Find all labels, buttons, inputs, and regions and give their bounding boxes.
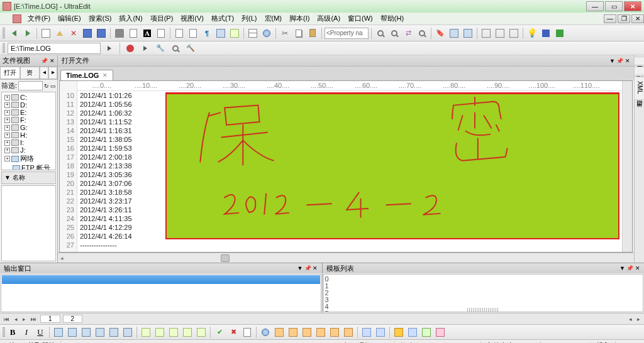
- expand-icon[interactable]: +: [4, 117, 10, 123]
- layout-6-button[interactable]: [121, 326, 134, 339]
- expand-icon[interactable]: +: [4, 148, 10, 153]
- lower-prev-icon[interactable]: ◂: [13, 316, 19, 322]
- hscroll-thumb[interactable]: [221, 254, 230, 262]
- back-button[interactable]: [8, 27, 20, 40]
- copy-button[interactable]: [292, 27, 305, 40]
- names-list[interactable]: [1, 185, 56, 261]
- code-line[interactable]: 2012/4/1 2:00:18: [80, 153, 622, 161]
- tag-2-button[interactable]: [374, 326, 387, 339]
- names-header[interactable]: ▼ 名称: [1, 172, 56, 184]
- code-line[interactable]: 2012/4/1 3:26:11: [80, 205, 622, 214]
- toolbar3-grip[interactable]: [3, 327, 5, 337]
- cut-button[interactable]: ✂: [279, 27, 291, 40]
- color-4-button[interactable]: [434, 326, 447, 339]
- word-count-button[interactable]: [187, 27, 199, 40]
- close-tab-icon[interactable]: ✕: [103, 72, 108, 79]
- indent-button[interactable]: [140, 326, 152, 339]
- menu-insert[interactable]: 插入(N): [115, 13, 146, 24]
- find-in-files-button[interactable]: [416, 27, 428, 40]
- side-tab-prev[interactable]: ◂: [40, 67, 48, 79]
- macro-play-button[interactable]: [139, 42, 152, 55]
- help-button[interactable]: 💡: [526, 27, 538, 40]
- tool-wrench-button[interactable]: 🔧: [154, 42, 167, 55]
- right-tab-clipboard[interactable]: 剪贴板历史记录: [634, 57, 645, 65]
- check-err-button[interactable]: ✖: [227, 326, 240, 339]
- ftp-item[interactable]: FTP 帐号: [3, 163, 54, 170]
- outdent-button[interactable]: [153, 326, 166, 339]
- menu-edit[interactable]: 编辑(E): [54, 13, 85, 24]
- check-ok-button[interactable]: ✔: [213, 326, 226, 339]
- color-1-button[interactable]: [392, 326, 405, 339]
- lower-last-icon[interactable]: ⏭: [30, 316, 38, 322]
- ext-1-button[interactable]: [259, 326, 272, 339]
- code-line[interactable]: 2012/4/1 1:01:26: [80, 91, 622, 100]
- print-button[interactable]: [113, 27, 126, 40]
- print-preview-button[interactable]: [127, 27, 140, 40]
- expand-icon[interactable]: +: [4, 95, 10, 101]
- lower-scroll-right-icon[interactable]: ▸: [636, 316, 641, 322]
- filter-input[interactable]: [18, 81, 43, 90]
- lower-tab-1[interactable]: 1: [40, 315, 60, 323]
- window-1-button[interactable]: [480, 27, 492, 40]
- go-button[interactable]: [103, 42, 116, 55]
- list-button[interactable]: [247, 27, 259, 40]
- ext-7-button[interactable]: [342, 326, 355, 339]
- para-button[interactable]: ¶: [201, 27, 213, 40]
- code-line[interactable]: 2012/4/1 4:11:35: [80, 214, 622, 223]
- code-area[interactable]: ....0........10........20........30.....…: [77, 81, 622, 252]
- expand-icon[interactable]: +: [4, 110, 10, 116]
- code-line[interactable]: 2012/4/1 1:11:52: [80, 117, 622, 126]
- menu-file[interactable]: 文件(F): [24, 13, 54, 24]
- code-line[interactable]: 2012/4/1 1:16:31: [80, 126, 622, 135]
- code-line[interactable]: 2012/4/1 3:07:06: [80, 179, 622, 188]
- side-tab-next[interactable]: ▸: [48, 67, 57, 79]
- layout-4-button[interactable]: [94, 326, 106, 339]
- code-line[interactable]: ----------------: [80, 241, 622, 249]
- wrap-button[interactable]: [167, 326, 180, 339]
- find-next-button[interactable]: [388, 27, 401, 40]
- italic-button[interactable]: I: [20, 326, 33, 339]
- side-tab-open[interactable]: 打开: [0, 67, 20, 79]
- drive-item[interactable]: +D:: [3, 101, 54, 109]
- lower-scroll-left-icon[interactable]: ◂: [628, 316, 633, 322]
- drive-item[interactable]: +F:: [3, 116, 54, 124]
- document-tab[interactable]: Time.LOG ✕: [60, 70, 113, 80]
- code-line[interactable]: 2012/4/1 1:59:53: [80, 144, 622, 153]
- right-tab-template[interactable]: 模本列表: [634, 67, 645, 75]
- prev-bookmark-button[interactable]: [448, 27, 460, 40]
- new-button[interactable]: [40, 27, 52, 40]
- tool-zoom-button[interactable]: [169, 42, 182, 55]
- drive-item[interactable]: +J:: [3, 146, 54, 154]
- tool-hammer-button[interactable]: 🔨: [184, 42, 197, 55]
- close-button[interactable]: ✕: [624, 1, 641, 11]
- code-line[interactable]: 2012/4/1 3:18:58: [80, 188, 622, 197]
- window-3-button[interactable]: [508, 27, 520, 40]
- output-selected-row[interactable]: [2, 275, 320, 284]
- code-line[interactable]: 2012/4/1 4:26:14: [80, 232, 622, 241]
- bookmark-button[interactable]: 🔖: [434, 27, 447, 40]
- path-input[interactable]: [8, 43, 101, 54]
- trim-button[interactable]: [195, 326, 208, 339]
- maximize-button[interactable]: ▭: [605, 1, 623, 11]
- menu-search[interactable]: 搜索(S): [85, 13, 116, 24]
- output-ctrl[interactable]: ▼ 📌 ✕: [297, 265, 318, 271]
- underline-button[interactable]: U: [34, 326, 47, 339]
- lower-next-icon[interactable]: ▸: [21, 316, 27, 322]
- expand-icon[interactable]: +: [4, 102, 10, 108]
- expand-icon[interactable]: +: [4, 140, 10, 146]
- horizontal-scrollbar[interactable]: ◂: [58, 253, 634, 263]
- next-bookmark-button[interactable]: [462, 27, 474, 40]
- window-2-button[interactable]: [494, 27, 506, 40]
- expand-icon[interactable]: +: [4, 156, 10, 161]
- web-button[interactable]: [260, 27, 273, 40]
- config-button[interactable]: [540, 27, 552, 40]
- vertical-scrollbar[interactable]: [622, 81, 632, 252]
- template-resize-grip[interactable]: [467, 308, 499, 312]
- toolbar-grip[interactable]: [3, 28, 5, 39]
- menu-script[interactable]: 脚本(I): [286, 13, 313, 24]
- code-line[interactable]: 2012/4/1 1:05:56: [80, 100, 622, 109]
- network-item[interactable]: +网络: [3, 154, 54, 163]
- layout-1-button[interactable]: [52, 326, 65, 339]
- menu-window[interactable]: 窗口(W): [344, 13, 377, 24]
- drive-item[interactable]: +H:: [3, 131, 54, 139]
